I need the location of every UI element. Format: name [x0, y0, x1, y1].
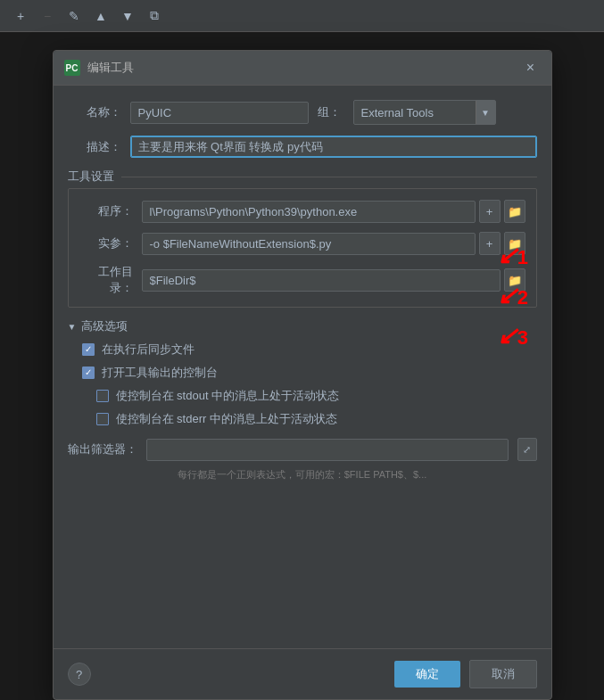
stderr-label: 使控制台在 stderr 中的消息上处于活动状态 — [116, 411, 337, 427]
program-row: 程序： + 📁 — [79, 200, 525, 223]
description-label: 描述： — [68, 139, 121, 155]
name-group-row: 名称： 组： External Tools ▼ — [68, 100, 537, 125]
output-filter-input[interactable] — [146, 439, 509, 461]
args-folder-btn[interactable]: 📁 — [504, 232, 525, 255]
copy-button[interactable]: ⧉ — [145, 6, 164, 26]
args-add-btn[interactable]: + — [479, 232, 501, 255]
args-row: 实参： + 📁 — [79, 232, 525, 255]
program-folder-btn[interactable]: 📁 — [504, 200, 525, 223]
checkbox-stdout-row: 使控制台在 stdout 中的消息上处于活动状态 — [68, 388, 537, 404]
stdout-label: 使控制台在 stdout 中的消息上处于活动状态 — [116, 388, 340, 404]
workdir-input-group: 📁 — [142, 268, 525, 292]
args-input[interactable] — [142, 233, 476, 255]
workdir-row: 工作目录： 📁 — [79, 264, 525, 296]
filter-expand-btn[interactable]: ⤢ — [517, 438, 537, 461]
output-filter-label: 输出筛选器： — [68, 441, 137, 457]
cancel-button[interactable]: 取消 — [469, 660, 537, 688]
dialog-title-bar: PC 编辑工具 × — [54, 51, 551, 86]
tool-settings-title: 工具设置 — [68, 169, 537, 185]
close-button[interactable]: × — [521, 58, 541, 78]
add-button[interactable]: + — [11, 6, 30, 26]
checkbox-stderr-row: 使控制台在 stderr 中的消息上处于活动状态 — [68, 411, 537, 427]
group-dropdown-arrow-icon[interactable]: ▼ — [476, 101, 495, 124]
dialog-title: 编辑工具 — [87, 60, 521, 76]
program-add-btn[interactable]: + — [479, 200, 501, 223]
name-input[interactable] — [130, 102, 309, 124]
stdout-checkbox[interactable] — [96, 390, 109, 402]
output-filter-row: 输出筛选器： ⤢ — [68, 438, 537, 461]
edit-tool-dialog: PC 编辑工具 × 名称： 组： External Tools ▼ 描述： — [53, 50, 552, 700]
console-checkbox[interactable] — [82, 366, 95, 379]
dialog-overlay: PC 编辑工具 × 名称： 组： External Tools ▼ 描述： — [0, 32, 604, 700]
workdir-label: 工作目录： — [79, 264, 133, 296]
help-button[interactable]: ? — [68, 663, 91, 686]
workdir-input[interactable] — [142, 269, 501, 292]
expand-triangle-icon: ▼ — [68, 322, 77, 332]
description-input[interactable] — [130, 136, 537, 158]
checkbox-console-row: 打开工具输出的控制台 — [68, 365, 537, 381]
args-input-group: + 📁 — [142, 232, 525, 255]
edit-button[interactable]: ✎ — [64, 6, 84, 26]
args-label: 实参： — [79, 235, 133, 251]
down-button[interactable]: ▼ — [118, 6, 137, 26]
checkbox-sync-row: 在执行后同步文件 — [68, 342, 537, 358]
group-label: 组： — [318, 104, 341, 120]
sync-checkbox[interactable] — [82, 343, 95, 356]
sync-label: 在执行后同步文件 — [102, 342, 194, 358]
program-input[interactable] — [142, 201, 476, 223]
up-button[interactable]: ▲ — [91, 6, 111, 26]
advanced-title[interactable]: ▼ 高级选项 — [68, 318, 537, 334]
tool-settings-box: 程序： + 📁 实参： + 📁 — [68, 188, 537, 308]
group-dropdown-text: External Tools — [354, 103, 476, 123]
tool-settings-section: 工具设置 程序： + 📁 实参： — [68, 169, 537, 308]
console-label: 打开工具输出的控制台 — [102, 365, 218, 381]
dialog-icon: PC — [64, 60, 80, 76]
dialog-footer: ? 确定 取消 — [54, 648, 551, 699]
description-row: 描述： — [68, 136, 537, 158]
name-label: 名称： — [68, 104, 121, 120]
group-dropdown[interactable]: External Tools ▼ — [353, 100, 496, 125]
program-input-group: + 📁 — [142, 200, 525, 223]
ok-button[interactable]: 确定 — [394, 661, 460, 688]
advanced-section: ▼ 高级选项 在执行后同步文件 打开工具输出的控制台 使控制台在 stdout … — [68, 318, 537, 482]
program-label: 程序： — [79, 203, 133, 219]
toolbar: + − ✎ ▲ ▼ ⧉ — [0, 0, 604, 32]
workdir-folder-btn[interactable]: 📁 — [504, 268, 525, 292]
stderr-checkbox[interactable] — [96, 413, 109, 425]
remove-button[interactable]: − — [37, 6, 57, 26]
dialog-body: 名称： 组： External Tools ▼ 描述： 工具设置 — [54, 86, 551, 648]
output-filter-hint: 每行都是一个正则表达式，可用的宏：$FILE PATH$、$... — [68, 468, 537, 482]
